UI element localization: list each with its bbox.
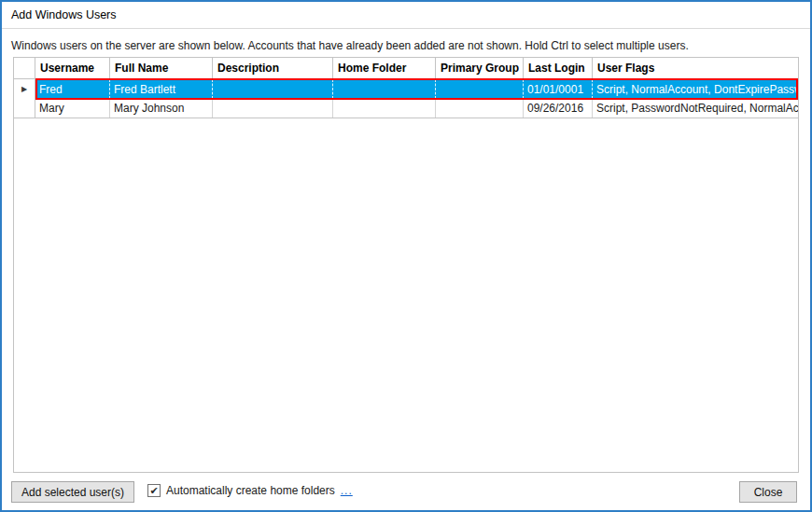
- cell-user-flags[interactable]: Script, NormalAccount, DontExpirePasswor…: [593, 79, 798, 99]
- row-selector-header-cell: [14, 58, 35, 78]
- row-selector-cell: [14, 99, 35, 118]
- cell-last-login[interactable]: 09/26/2016: [524, 99, 593, 118]
- cell-full-name[interactable]: Fred Bartlett: [110, 79, 213, 99]
- grid-header-row: Username Full Name Description Home Fold…: [14, 58, 798, 79]
- cell-home-folder[interactable]: [333, 79, 436, 99]
- cell-full-name[interactable]: Mary Johnson: [110, 99, 213, 118]
- column-header-last-login[interactable]: Last Login: [524, 58, 593, 78]
- column-header-full-name[interactable]: Full Name: [110, 58, 213, 78]
- cell-primary-group[interactable]: [436, 79, 524, 99]
- column-header-primary-group[interactable]: Primary Group: [436, 58, 524, 78]
- title-bar: Add Windows Users: [2, 2, 810, 29]
- cell-username[interactable]: Fred: [35, 79, 110, 99]
- cell-description[interactable]: [213, 79, 333, 99]
- cell-home-folder[interactable]: [333, 99, 436, 118]
- add-selected-users-button[interactable]: Add selected user(s): [11, 481, 134, 503]
- auto-create-home-folders-checkbox[interactable]: ✔: [147, 484, 161, 497]
- page-title: Add Windows Users: [2, 8, 117, 21]
- home-folders-help-link[interactable]: ...: [341, 484, 353, 497]
- users-grid: Username Full Name Description Home Fold…: [13, 57, 799, 473]
- close-button[interactable]: Close: [739, 481, 797, 503]
- cell-primary-group[interactable]: [436, 99, 524, 118]
- auto-create-home-folders-label: Automatically create home folders: [166, 484, 335, 497]
- column-header-home-folder[interactable]: Home Folder: [333, 58, 436, 78]
- column-header-user-flags[interactable]: User Flags: [593, 58, 798, 78]
- cell-username[interactable]: Mary: [35, 99, 110, 118]
- column-header-description[interactable]: Description: [213, 58, 333, 78]
- table-row[interactable]: ▶ Fred Fred Bartlett 01/01/0001 Script, …: [14, 79, 798, 99]
- home-folders-option: ✔ Automatically create home folders ...: [147, 484, 353, 497]
- instructions-text: Windows users on the server are shown be…: [11, 39, 801, 52]
- cell-user-flags[interactable]: Script, PasswordNotRequired, NormalAcco.…: [593, 99, 798, 118]
- table-row[interactable]: Mary Mary Johnson 09/26/2016 Script, Pas…: [14, 99, 798, 118]
- current-row-arrow-icon: ▶: [14, 79, 35, 99]
- column-header-username[interactable]: Username: [35, 58, 110, 78]
- cell-last-login[interactable]: 01/01/0001: [524, 79, 593, 99]
- cell-description[interactable]: [213, 99, 333, 118]
- add-windows-users-dialog: Add Windows Users Windows users on the s…: [0, 0, 812, 512]
